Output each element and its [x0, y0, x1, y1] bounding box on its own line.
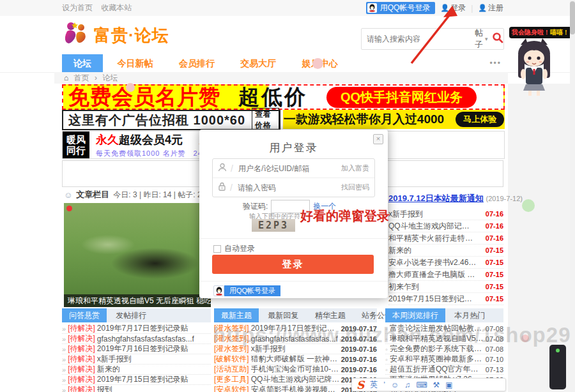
auto-login-label: 自动登录: [224, 243, 255, 254]
post-link[interactable]: 新来的: [97, 365, 120, 375]
tab-latest-replies[interactable]: 最新回复: [261, 308, 305, 322]
nav-item-new-posts[interactable]: 今日新帖: [105, 54, 164, 72]
post-link[interactable]: x新手报到: [97, 354, 132, 365]
soft-keyboard-icon[interactable]: ⌨: [416, 381, 427, 389]
tab-digest[interactable]: 精华主题: [308, 308, 353, 322]
breadcrumb-current: 论坛: [102, 73, 118, 82]
list-item: ◦超值五折开通QQ官方年费超级会员07-13: [385, 365, 503, 375]
logo[interactable]: 富贵·论坛: [62, 20, 169, 50]
language-mode-icon[interactable]: 英: [370, 379, 378, 390]
post-link[interactable]: 超值五折开通QQ官方年费超级会员: [390, 365, 486, 375]
breadcrumb-home[interactable]: 首页: [74, 73, 89, 82]
new-badge-dot: [66, 206, 72, 211]
post-link[interactable]: 2019年7月16日签到记录贴: [97, 344, 188, 354]
join-link[interactable]: 加入富贵: [341, 163, 369, 173]
post-link[interactable]: 安卓小说老子搜书v2.46.07去广告版: [388, 257, 477, 268]
ad-try-now-button[interactable]: 马上体验: [456, 112, 504, 127]
post-link[interactable]: 报到: [97, 385, 112, 392]
post-link[interactable]: 新来的: [388, 245, 411, 256]
post-link[interactable]: 手机淘宝淘金币可抽10-666元红包 优惠7天免: [251, 365, 341, 375]
list-item: »[待解决]2019年7月15日签到记录贴: [62, 375, 211, 385]
list-item: »[待解决]2019年7月16日签到记录贴: [62, 344, 211, 354]
tab-latest-threads[interactable]: 最新主题: [214, 308, 259, 322]
post-link[interactable]: 和平精英卡火箭行走特效教程 自己和对...: [388, 233, 477, 244]
toolbox-icon[interactable]: ⚒: [433, 381, 440, 389]
captcha-image[interactable]: E2P3: [252, 219, 295, 232]
mascot-widget[interactable]: 我会隐身啦！嘻嘻！: [507, 27, 562, 96]
post-link[interactable]: 2019年7月15日签到记录贴: [97, 375, 188, 385]
list-item: 安卓小说老子搜书v2.46.07去广告版07-15: [388, 257, 503, 269]
password-input[interactable]: [236, 183, 337, 193]
username-input[interactable]: [237, 163, 337, 174]
ad-pill-qq-business: QQ快手抖音网红业务: [326, 87, 477, 108]
ad-banner-game-income[interactable]: 一款游戏轻松带你月入过4000 马上体验: [283, 110, 505, 129]
close-icon[interactable]: ×: [373, 134, 383, 144]
post-link[interactable]: 2019年7月15日签到记录贴: [388, 294, 477, 305]
auto-login-option[interactable]: 自动登录: [213, 243, 255, 254]
list-item: »[待解决]报到: [62, 385, 211, 392]
post-link[interactable]: 安卓简影手机换装视频制作神器破解版: [251, 385, 341, 392]
bookmark-link[interactable]: 收藏本站: [101, 3, 132, 12]
ad-rent-text: 这里有个广告位招租 1000*60: [68, 112, 245, 129]
tab-post-rank[interactable]: 发帖排行: [109, 308, 153, 322]
tab-weekly-views[interactable]: 本周浏览排行: [385, 308, 445, 322]
forgot-password-link[interactable]: 找回密码: [341, 183, 369, 192]
divider: [199, 238, 388, 239]
list-item: »[待解决]gfashgfahsfasfasfasfasfas...f: [62, 334, 211, 344]
post-link[interactable]: QQ斗地主游戏内部记牌器作弊器电脑版下...: [388, 221, 477, 232]
post-link[interactable]: 撸大师直播盒子电脑版 各大网红真人直...: [388, 269, 477, 280]
post-link[interactable]: QQ斗地主游戏内部记牌作弊器电脑版下载: [251, 375, 341, 385]
featured-thread-image[interactable]: 琳琅和平精英透视自瞄V5 无后座瞬狙 稳吃鸡: [64, 203, 211, 307]
tab-qa-bounty[interactable]: 问答悬赏: [62, 308, 107, 322]
nav-more-button[interactable]: •••: [489, 54, 502, 72]
decor-dot-pink: [312, 58, 323, 69]
search-button[interactable]: [492, 29, 503, 49]
tab-monthly-hot[interactable]: 本月热门: [447, 308, 492, 322]
list-item: »[待解决]新来的: [62, 365, 211, 375]
section-title[interactable]: 文章栏目: [76, 189, 109, 200]
nav-item-member-rank[interactable]: 会员排行: [167, 54, 226, 72]
qq-penguin-icon: [367, 3, 377, 13]
search-icon: [492, 32, 503, 46]
floating-widget[interactable]: [549, 345, 566, 389]
emoji-icon[interactable]: ☺: [391, 381, 399, 389]
post-link[interactable]: x新手报到: [388, 209, 423, 220]
post-link[interactable]: 猎豹大师破解版 一款神器级别的手机安全大: [251, 354, 341, 365]
ad-text-free-member-likes: 免费会员名片赞: [68, 83, 220, 112]
list-item: x新手报到07-16: [388, 208, 503, 220]
lock-icon: [218, 182, 226, 193]
chevron-down-icon: ▾: [485, 36, 488, 42]
skin-icon[interactable]: ▣: [445, 381, 452, 389]
set-home-link[interactable]: 设为首页: [62, 3, 93, 12]
checkbox[interactable]: [213, 245, 221, 253]
post-link[interactable]: 初来乍到: [388, 282, 419, 292]
topbar-separator: |: [471, 4, 473, 13]
punctuation-icon[interactable]: ’: [383, 381, 385, 389]
ad-banner-slot-for-rent[interactable]: 这里有个广告位招租 1000*60 查看价格: [62, 110, 280, 130]
list-item: QQ斗地主游戏内部记牌器作弊器电脑版下...07-16: [388, 220, 503, 232]
ad-game-text: 一款游戏轻松带你月入过4000: [284, 111, 444, 128]
home-icon: ⌂: [64, 73, 68, 82]
notice-link[interactable]: 2019.7.12日本站最新通知: [388, 193, 484, 203]
scrollbar-track[interactable]: [570, 0, 575, 392]
topbar: 设为首页 收藏本站 用QQ帐号登录 👤 登录 | 👤 注册: [0, 0, 575, 17]
post-link[interactable]: gfashgfahsfasfasfasfasfas...f: [97, 335, 194, 343]
login-button[interactable]: 登录: [212, 255, 374, 274]
latest-posts-panel: 2019.7.12日本站最新通知 (2019-7-12) x新手报到07-16 …: [388, 190, 503, 300]
nav-item-forum[interactable]: 论坛: [62, 54, 103, 72]
sogou-logo-icon[interactable]: S: [356, 379, 364, 391]
post-date: 07-16: [486, 234, 503, 242]
qq-login-label: 用QQ帐号登录: [224, 285, 280, 296]
list-item: [活动互助]手机淘宝淘金币可抽10-666元红包 优惠7天免2019-07-16: [214, 365, 377, 375]
voice-input-icon[interactable]: ♫: [404, 381, 410, 389]
scrollbar-thumb[interactable]: [570, 1, 575, 34]
post-link[interactable]: 安卓和平精英圈神最新多功能辅助破解: [390, 354, 486, 365]
qq-login-button-modal[interactable]: 用QQ帐号登录: [213, 285, 280, 296]
user-plus-icon: 👤: [478, 4, 487, 12]
post-link[interactable]: 2019年7月17日签到记录贴: [97, 324, 188, 334]
register-link[interactable]: 👤 注册: [478, 3, 503, 13]
nav-item-trade-hall[interactable]: 交易大厅: [229, 54, 288, 72]
list-item: ◦安卓和平精英圈神最新多功能辅助破解07-10: [385, 354, 503, 365]
ad-view-price-button[interactable]: 查看价格: [252, 108, 279, 132]
search-type-select[interactable]: 帖子 ▾: [471, 27, 492, 50]
